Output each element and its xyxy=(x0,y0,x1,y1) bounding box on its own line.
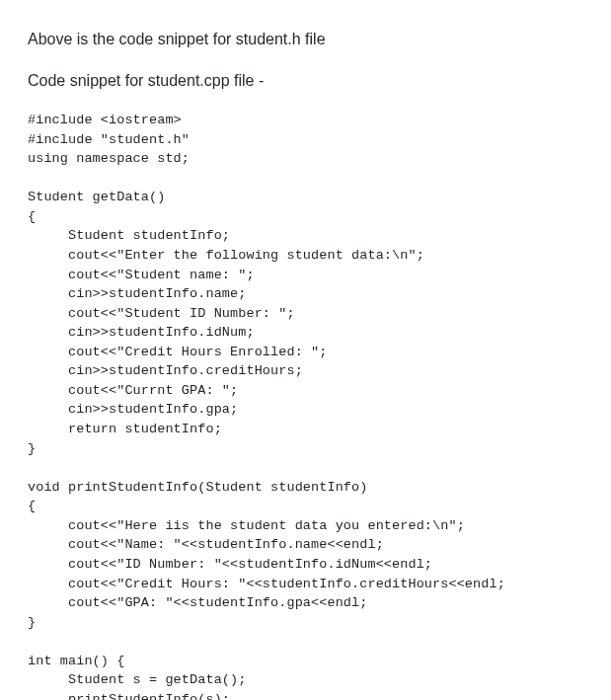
code-line: cin>>studentInfo.gpa; xyxy=(28,400,583,420)
code-line: #include <iostream> xyxy=(28,111,583,130)
code-line: Student getData() xyxy=(28,188,583,207)
code-line: } xyxy=(28,613,583,633)
code-line: printStudentInfo(s); xyxy=(28,690,583,700)
code-line xyxy=(28,169,583,189)
code-line: using namespace std; xyxy=(28,149,583,169)
code-line: { xyxy=(28,497,583,516)
code-line: return studentInfo; xyxy=(28,420,583,439)
code-block: #include <iostream>#include "student.h"u… xyxy=(28,111,583,700)
code-line: int main() { xyxy=(28,652,583,671)
code-line: #include "student.h" xyxy=(28,130,583,150)
code-line: Student studentInfo; xyxy=(28,226,583,246)
code-line xyxy=(28,632,583,652)
code-line: void printStudentInfo(Student studentInf… xyxy=(28,478,583,498)
code-line: } xyxy=(28,439,583,459)
paragraph-header-1: Above is the code snippet for student.h … xyxy=(28,28,583,51)
code-line: { xyxy=(28,207,583,227)
code-line: cin>>studentInfo.name; xyxy=(28,284,583,304)
code-line: cout<<"ID Number: "<<studentInfo.idNum<<… xyxy=(28,555,583,575)
code-line: Student s = getData(); xyxy=(28,670,583,690)
code-line: cout<<"Currnt GPA: "; xyxy=(28,381,583,401)
code-line: cout<<"Credit Hours Enrolled: "; xyxy=(28,343,583,362)
code-line: cout<<"Credit Hours: "<<studentInfo.cred… xyxy=(28,575,583,594)
code-line: cout<<"Student ID Number: "; xyxy=(28,304,583,324)
code-line: cout<<"GPA: "<<studentInfo.gpa<<endl; xyxy=(28,593,583,613)
paragraph-header-2: Code snippet for student.cpp file - xyxy=(28,69,583,93)
code-line: cout<<"Name: "<<studentInfo.name<<endl; xyxy=(28,535,583,555)
code-line: cout<<"Student name: "; xyxy=(28,266,583,285)
code-line xyxy=(28,458,583,478)
code-line: cin>>studentInfo.idNum; xyxy=(28,323,583,343)
code-line: cout<<"Enter the following student data:… xyxy=(28,246,583,266)
code-line: cout<<"Here iis the student data you ent… xyxy=(28,516,583,536)
code-line: cin>>studentInfo.creditHours; xyxy=(28,361,583,381)
